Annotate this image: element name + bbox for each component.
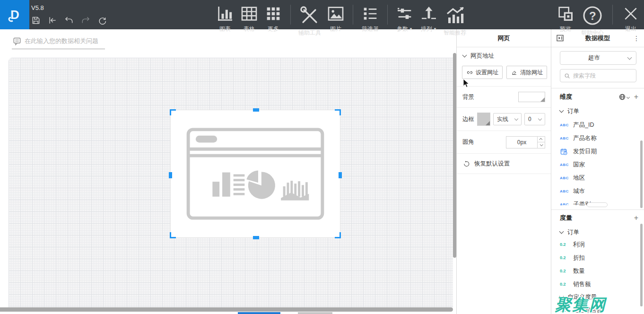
reset-defaults-button[interactable]: 恢复默认设置 <box>457 154 551 174</box>
grid-dots-icon <box>264 4 283 23</box>
arrange-icon <box>419 4 438 23</box>
number-type-icon: 0.2 <box>560 282 569 287</box>
question-input-underline <box>12 49 105 49</box>
help-icon: ? <box>581 4 604 27</box>
tool-image[interactable]: 图片 <box>326 4 345 33</box>
address-section-toggle[interactable]: 网页地址 <box>457 51 551 61</box>
chevron-down-icon <box>540 143 543 147</box>
save-icon[interactable] <box>31 16 41 25</box>
dimension-scrollbar[interactable] <box>640 140 643 208</box>
measure-field[interactable]: 0.2 利润 <box>551 238 644 251</box>
tool-params[interactable]: 参数▼ <box>395 4 414 33</box>
exit-button[interactable]: 退出 <box>621 4 640 33</box>
radius-decrement-button[interactable] <box>538 142 545 148</box>
measure-field[interactable]: 0.2 折扣 <box>551 251 644 264</box>
border-row: 边框 实线 0 <box>457 108 551 131</box>
text-type-icon: ABC <box>560 136 569 140</box>
selection-edge-handle[interactable] <box>339 172 342 178</box>
app-logo[interactable]: D <box>0 0 29 29</box>
dimension-group-orders[interactable]: 订单 <box>551 105 644 117</box>
measure-group-orders[interactable]: 订单 <box>551 226 644 238</box>
component-toolbar: 图表 表格 更多 辅助工具 <box>216 4 466 37</box>
dimension-field[interactable]: ABC 产品_ID <box>551 118 644 131</box>
set-url-button[interactable]: 设置网址 <box>462 66 503 79</box>
toolbar-separator <box>290 5 291 25</box>
dimension-field[interactable]: ABC 城市 <box>551 184 644 198</box>
data-model-panel: 数据模型 ⋮ 超市 维度 + 订单 ABC 产品_ID ABC 产品名称 <box>551 29 644 314</box>
tool-smart-recommend[interactable]: 智能推荐 <box>444 4 466 37</box>
background-row: 背景 <box>457 87 551 108</box>
dimension-horizontal-scrollbar[interactable] <box>587 202 608 207</box>
help-center-button[interactable]: ? 帮助中心 <box>581 4 604 37</box>
tool-filter[interactable]: 筛选器 <box>361 4 380 33</box>
caret-down-icon: ▼ <box>433 27 437 31</box>
tool-chart[interactable]: 图表 <box>216 4 235 33</box>
selection-edge-handle[interactable] <box>253 236 259 239</box>
quick-actions <box>31 16 107 25</box>
globe-icon[interactable] <box>619 94 626 100</box>
preview-icon <box>556 4 575 23</box>
canvas-vertical-scrollbar[interactable] <box>453 53 456 258</box>
dimension-field[interactable]: 发货日期 <box>551 145 644 158</box>
selection-edge-handle[interactable] <box>253 108 259 112</box>
session-toolbar: 预览 ? 帮助中心 退出 <box>556 4 640 37</box>
add-dimension-icon[interactable]: + <box>634 93 638 101</box>
selection-corner-handle[interactable] <box>335 109 341 115</box>
webpage-settings-panel: 网页 网页地址 设置网址 清除网址 背景 <box>456 29 551 314</box>
chevron-down-icon <box>514 116 518 120</box>
field-search-box[interactable] <box>560 69 636 82</box>
clear-url-button[interactable]: 清除网址 <box>506 66 547 79</box>
text-type-icon: ABC <box>560 123 569 127</box>
redo-icon[interactable] <box>81 16 90 25</box>
caret-down-icon[interactable] <box>627 95 630 98</box>
tool-more[interactable]: 更多 <box>264 4 283 33</box>
text-type-icon: ABC <box>560 202 569 206</box>
image-icon <box>326 4 345 23</box>
selection-edge-handle[interactable] <box>169 172 172 178</box>
date-type-icon <box>560 148 567 155</box>
canvas-horizontal-scrollbar[interactable] <box>0 307 453 312</box>
divider <box>551 209 644 210</box>
eraser-icon <box>511 69 518 76</box>
preview-button[interactable]: 预览 <box>556 4 575 33</box>
tool-aux-tools[interactable]: 辅助工具 <box>298 4 321 37</box>
tool-table[interactable]: 表格 <box>240 4 259 33</box>
address-section: 网页地址 设置网址 清除网址 <box>457 47 551 87</box>
search-input[interactable] <box>573 72 625 79</box>
table-icon <box>240 4 259 23</box>
tool-arrange[interactable]: 排列▼ <box>419 4 438 33</box>
refresh-icon[interactable] <box>97 16 107 25</box>
go-first-icon[interactable] <box>48 16 57 25</box>
measure-scrollbar[interactable] <box>640 224 643 306</box>
web-component-widget[interactable] <box>170 110 340 238</box>
selection-corner-handle[interactable] <box>170 109 176 115</box>
bottom-partial-blue-bar <box>238 312 280 314</box>
swatch-corner <box>486 121 490 125</box>
dimension-field[interactable]: ABC 国家 <box>551 158 644 171</box>
dimension-field[interactable]: ABC 产品名称 <box>551 131 644 145</box>
chevron-down-icon <box>559 108 564 113</box>
chevron-down-icon <box>538 116 542 120</box>
radius-row: 圆角 0px <box>457 131 551 154</box>
text-type-icon: ABC <box>560 176 569 180</box>
question-input[interactable] <box>25 35 133 46</box>
background-color-swatch[interactable] <box>518 92 545 102</box>
chevron-up-icon <box>539 138 542 141</box>
radius-value[interactable]: 0px <box>506 136 537 148</box>
border-style-select[interactable]: 实线 <box>493 113 522 125</box>
radius-increment-button[interactable] <box>538 137 545 142</box>
add-measure-icon[interactable]: + <box>634 214 638 222</box>
border-width-select[interactable]: 0 <box>524 113 545 125</box>
border-color-swatch[interactable] <box>477 113 490 126</box>
selection-corner-handle[interactable] <box>335 232 341 238</box>
dimensions-header: 维度 + <box>551 91 644 103</box>
selection-corner-handle[interactable] <box>170 232 176 238</box>
undo-icon[interactable] <box>64 16 74 25</box>
measure-field[interactable]: 0.2 销售额 <box>551 278 644 291</box>
model-select[interactable]: 超市 <box>560 51 636 65</box>
logo-d-icon: D <box>6 6 23 23</box>
design-canvas-area <box>0 29 456 314</box>
bar-chart-icon <box>216 4 235 23</box>
measure-field[interactable]: 0.2 数量 <box>551 264 644 278</box>
dimension-field[interactable]: ABC 地区 <box>551 171 644 184</box>
